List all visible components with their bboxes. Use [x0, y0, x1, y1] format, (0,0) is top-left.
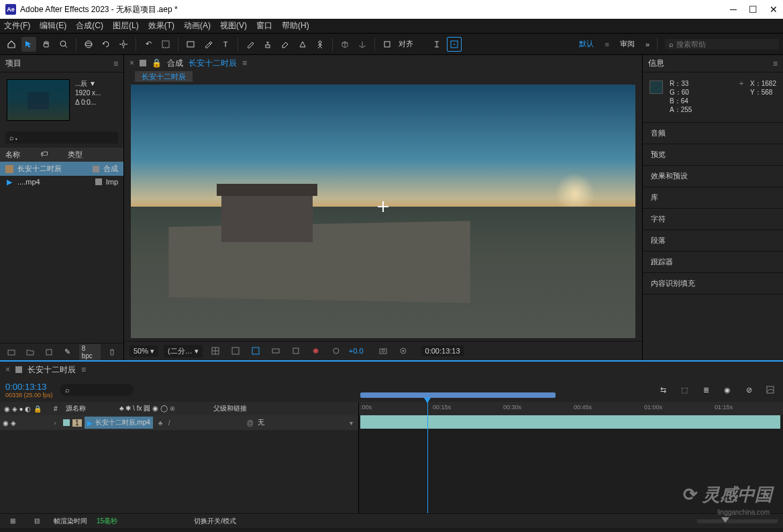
character-panel-header[interactable]: 字符 — [643, 209, 783, 230]
help-search-input[interactable] — [676, 40, 769, 48]
time-ruler[interactable]: :00s 00:15s 00:30s 00:45s 01:00s 01:15s — [359, 402, 783, 415]
undo-icon[interactable]: ↶ — [141, 37, 156, 52]
trash-icon[interactable] — [105, 345, 119, 360]
paragraph-panel-header[interactable]: 段落 — [643, 230, 783, 252]
col-type[interactable]: 类型 — [68, 150, 83, 160]
pickwhip-icon[interactable]: @ — [247, 419, 254, 427]
timeline-comp-name[interactable]: 长安十二时辰 — [28, 364, 76, 376]
parent-dropdown[interactable]: 无 — [258, 418, 264, 427]
zoom-tool-icon[interactable] — [56, 37, 71, 52]
timeline-search[interactable]: ⌕ — [60, 384, 134, 396]
home-tool-icon[interactable] — [4, 37, 19, 52]
show-snapshot-icon[interactable] — [396, 343, 411, 358]
project-item-comp[interactable]: 长安十二时辰 合成 — [0, 162, 123, 176]
menu-composition[interactable]: 合成(C) — [76, 20, 103, 32]
roto-tool-icon[interactable] — [295, 37, 310, 52]
mask-tool-icon[interactable] — [158, 37, 173, 52]
resolution-dropdown[interactable]: (二分… ▾ — [164, 345, 203, 358]
interpret-footage-icon[interactable] — [4, 345, 19, 360]
comp-breadcrumb[interactable]: 长安十二时辰 — [135, 71, 193, 82]
layer-color-chip[interactable] — [63, 419, 70, 426]
zoom-slider[interactable] — [697, 519, 778, 523]
project-thumbnail[interactable] — [7, 79, 70, 121]
stamp-tool-icon[interactable] — [260, 37, 275, 52]
panel-menu-icon[interactable]: ≡ — [773, 59, 778, 68]
maximize-button[interactable]: ☐ — [749, 4, 758, 15]
minimize-button[interactable]: ─ — [730, 4, 737, 15]
col-name[interactable]: 名称 — [5, 150, 20, 160]
snap-toggle-icon[interactable] — [429, 37, 444, 52]
close-button[interactable]: ✕ — [770, 4, 778, 15]
help-search[interactable]: ⌕ — [665, 39, 779, 50]
audio-toggle-icon[interactable]: ◈ — [11, 419, 16, 427]
info-panel-title[interactable]: 信息 — [648, 58, 664, 69]
transparency-grid-icon[interactable] — [248, 343, 263, 358]
project-search[interactable]: ⌕▾ — [5, 131, 118, 144]
channel-icon[interactable] — [289, 343, 303, 358]
toggle-modes-icon[interactable]: ⊟ — [30, 514, 44, 529]
puppet-tool-icon[interactable] — [313, 37, 327, 52]
axis-tool-icon[interactable] — [355, 37, 370, 52]
menu-animation[interactable]: 动画(A) — [184, 20, 211, 32]
project-item-video[interactable]: ▶ ....mp4 Imp — [0, 176, 123, 188]
lock-icon[interactable]: 🔒 — [152, 58, 162, 68]
adjust-icon[interactable]: ✎ — [60, 345, 75, 360]
menu-view[interactable]: 视图(V) — [220, 20, 247, 32]
workspace-review[interactable]: 审阅 — [615, 39, 640, 49]
effects-panel-header[interactable]: 效果和预设 — [643, 166, 783, 187]
audio-panel-header[interactable]: 音频 — [643, 123, 783, 144]
switch-modes-button[interactable]: 切换开关/模式 — [194, 517, 236, 526]
content-aware-panel-header[interactable]: 内容识别填充 — [643, 273, 783, 295]
layer-clip-bar[interactable] — [360, 415, 780, 429]
menu-edit[interactable]: 编辑(E) — [40, 20, 66, 32]
parent-col[interactable]: 父级和链接 — [213, 404, 358, 413]
anchor-tool-icon[interactable] — [116, 37, 131, 52]
region-icon[interactable] — [268, 343, 283, 358]
snapshot-icon[interactable] — [376, 343, 390, 358]
menu-file[interactable]: 文件(F) — [4, 20, 30, 32]
3d-tool-icon[interactable] — [337, 37, 352, 52]
panel-menu-icon[interactable]: ≡ — [81, 365, 86, 374]
pen-tool-icon[interactable] — [201, 37, 215, 52]
grid-toggle-icon[interactable] — [208, 343, 223, 358]
timeline-layer-row[interactable]: ◉ ◈ › 1 ▶ 长安十二时辰.mp4 ♣ / @ 无 ▾ — [0, 415, 358, 430]
motion-blur-icon[interactable]: ⊘ — [741, 382, 756, 397]
library-panel-header[interactable]: 库 — [643, 187, 783, 209]
snap-rect-icon[interactable] — [380, 37, 395, 52]
draft3d-icon[interactable]: ⬚ — [677, 382, 692, 397]
text-tool-icon[interactable]: T — [218, 37, 233, 52]
selection-tool-icon[interactable] — [21, 37, 36, 52]
source-name-col[interactable]: 源名称 — [66, 404, 119, 413]
snap-grid-icon[interactable] — [447, 37, 462, 52]
timeline-timecode[interactable]: 0:00:13:13 — [5, 382, 53, 392]
exposure-value[interactable]: +0.0 — [349, 347, 364, 355]
workspace-default[interactable]: 默认 — [574, 39, 599, 49]
preview-timecode[interactable]: 0:00:13:13 — [421, 345, 464, 356]
project-panel-title[interactable]: 项目 — [5, 58, 21, 69]
eraser-tool-icon[interactable] — [278, 37, 293, 52]
playhead[interactable] — [427, 402, 428, 513]
shy-icon[interactable]: ≣ — [698, 382, 713, 397]
panel-menu-icon[interactable]: ≡ — [242, 58, 247, 68]
video-toggle-icon[interactable]: ◉ — [3, 419, 9, 427]
preview-panel-header[interactable]: 预览 — [643, 144, 783, 166]
rect-tool-icon[interactable] — [183, 37, 198, 52]
panel-close-icon[interactable]: × — [129, 58, 134, 68]
panel-menu-icon[interactable]: ≡ — [113, 59, 118, 68]
menu-effect[interactable]: 效果(T) — [148, 20, 174, 32]
menu-window[interactable]: 窗口 — [256, 20, 272, 32]
workspace-more-icon[interactable]: » — [645, 40, 649, 48]
tracker-panel-header[interactable]: 跟踪器 — [643, 252, 783, 273]
work-area-bar[interactable] — [360, 392, 556, 398]
toggle-switches-icon[interactable]: ⊞ — [5, 514, 20, 529]
reset-exposure-icon[interactable] — [329, 343, 344, 358]
bpc-indicator[interactable]: 8 bpc — [79, 344, 101, 360]
graph-editor-icon[interactable] — [763, 382, 778, 397]
comp-name[interactable]: 长安十二时辰 — [189, 58, 237, 69]
viewport[interactable] — [124, 86, 642, 341]
menu-help[interactable]: 帮助(H) — [282, 20, 309, 32]
color-mgmt-icon[interactable]: ❋ — [309, 343, 323, 358]
hand-tool-icon[interactable] — [39, 37, 54, 52]
rotate-tool-icon[interactable] — [99, 37, 113, 52]
comp-flowchart-icon[interactable]: ⇆ — [656, 382, 670, 397]
